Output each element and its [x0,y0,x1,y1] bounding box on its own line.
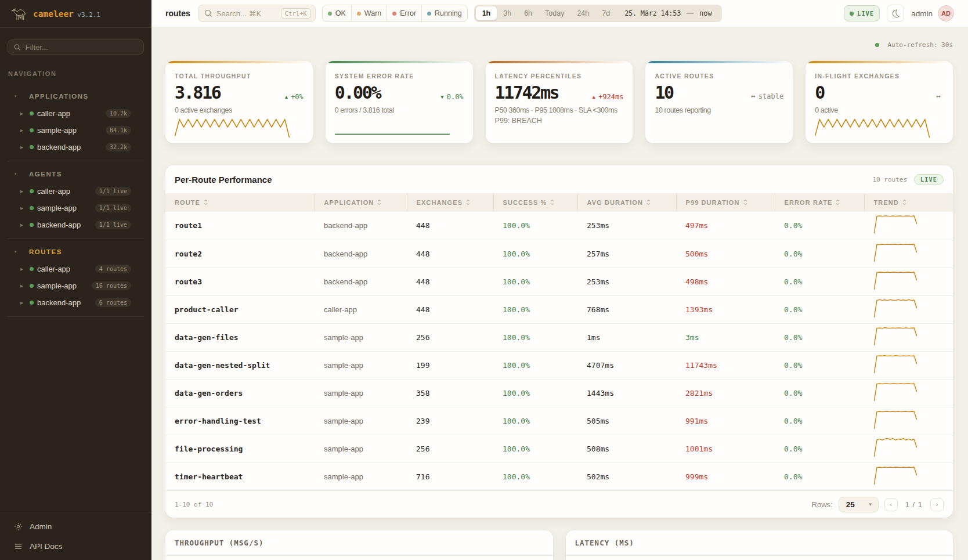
sidebar-item-caller-app[interactable]: ▶ caller-app 1/1 live [8,183,144,200]
sparkline [174,118,290,138]
status-filter-warn[interactable]: Warn [351,5,387,21]
sidebar-item-backend-app[interactable]: ▶ backend-app 6 routes [8,294,144,311]
sort-icon [204,199,208,207]
cell-trend [864,351,953,379]
kpi-subtext: 0 errors / 3.816 total [335,106,464,114]
next-page-button[interactable]: › [930,498,944,511]
global-search[interactable]: Search... ⌘K Ctrl+K [198,5,316,22]
table-header-row: ROUTEAPPLICATIONEXCHANGESSUCCESS %AVG DU… [165,193,953,212]
sidebar-item-caller-app[interactable]: ▶ caller-app 4 routes [8,261,144,277]
chevron-right-icon: ▶ [20,111,30,116]
sidebar-item-backend-app[interactable]: ▶ backend-app 32.2k [8,139,144,156]
time-to[interactable]: now [695,9,720,17]
sidebar-item-sample-app[interactable]: ▶ sample-app 84.1k [8,122,144,139]
footer-label: API Docs [30,542,62,551]
sidebar-footer: Admin API Docs [0,512,151,560]
cell-application: sample-app [315,407,407,435]
time-range-7d[interactable]: 7d [595,6,616,20]
status-filter-error[interactable]: Error [387,5,421,21]
column-label: AVG DURATION [587,199,644,206]
cell-trend [864,212,953,240]
sparkline [873,438,918,458]
column-header-trend[interactable]: TREND [864,193,953,212]
cell-exchanges: 448 [407,212,493,240]
username: admin [911,9,933,18]
column-header-application[interactable]: APPLICATION [315,193,407,212]
table-row-data-gen-files[interactable]: data-gen-files sample-app 256 100.0% 1ms… [165,323,953,351]
app-version: v3.2.1 [77,11,100,19]
cell-route: error-handling-test [165,407,315,435]
table-row-error-handling-test[interactable]: error-handling-test sample-app 239 100.0… [165,407,953,435]
search-icon [204,9,212,17]
delta-arrow-icon: ▼ [440,94,443,100]
column-header-error-rate[interactable]: ERROR RATE [775,193,864,212]
column-header-exchanges[interactable]: EXCHANGES [407,193,493,212]
sidebar-section-header-applications[interactable]: ▾ APPLICATIONS [8,91,144,102]
column-header-p99-duration[interactable]: P99 DURATION [676,193,775,212]
gear-icon [14,522,23,531]
status-filter-running[interactable]: Running [421,5,467,21]
time-separator: — [685,9,695,17]
table-row-timer-heartbeat[interactable]: timer-heartbeat sample-app 716 100.0% 50… [165,463,953,490]
chevron-right-icon: ▶ [20,284,30,288]
item-badge: 1/1 live [95,204,131,212]
sidebar-item-sample-app[interactable]: ▶ sample-app 16 routes [8,277,144,294]
sidebar-section-header-routes[interactable]: ▾ ROUTES [8,246,144,258]
column-label: SUCCESS % [503,199,547,206]
sidebar-section-agents: ▾ AGENTS ▶ caller-app 1/1 live ▶ sample-… [8,161,144,239]
cell-application: sample-app [315,435,407,463]
cell-avg-duration: 768ms [577,295,676,323]
column-header-avg-duration[interactable]: AVG DURATION [577,193,676,212]
prev-page-button[interactable]: ‹ [884,498,898,511]
sidebar-section-header-agents[interactable]: ▾ AGENTS [8,168,144,180]
sort-icon [646,199,651,207]
time-from: 25. März 14:53 [616,9,685,17]
cell-route: route1 [165,212,315,240]
cell-avg-duration: 505ms [577,407,676,435]
rows-per-page-select[interactable]: 25 ▼ [839,497,879,512]
status-filter-ok[interactable]: OK [323,5,351,21]
sidebar-item-caller-app[interactable]: ▶ caller-app 10.7k [8,105,144,122]
sidebar-filter[interactable] [8,39,144,55]
avatar[interactable]: AD [938,5,954,21]
chevron-right-icon: ▶ [20,223,30,227]
kpi-accent-strip [645,61,793,63]
routes-table: ROUTEAPPLICATIONEXCHANGESSUCCESS %AVG DU… [165,193,953,490]
cell-error-rate: 0.0% [775,295,864,323]
sidebar-footer-api-docs[interactable]: API Docs [8,536,144,556]
kpi-card-system-error-rate: SYSTEM ERROR RATE 0.00% ▼0.0% 0 errors /… [326,61,473,143]
sidebar-item-backend-app[interactable]: ▶ backend-app 1/1 live [8,216,144,233]
time-range-today[interactable]: Today [539,6,570,20]
column-header-route[interactable]: ROUTE [165,193,315,212]
table-row-file-processing[interactable]: file-processing sample-app 256 100.0% 50… [165,435,953,463]
column-header-success-[interactable]: SUCCESS % [493,193,577,212]
delta-value: stable [758,92,783,100]
theme-toggle-button[interactable] [887,5,904,22]
sidebar-item-sample-app[interactable]: ▶ sample-app 1/1 live [8,200,144,216]
table-row-product-caller[interactable]: product-caller caller-app 448 100.0% 768… [165,295,953,323]
kpi-label: SYSTEM ERROR RATE [335,73,464,80]
cell-p99-duration: 1393ms [676,295,775,323]
cell-avg-duration: 257ms [577,240,676,268]
time-range-6h[interactable]: 6h [518,6,539,20]
time-range-24h[interactable]: 24h [570,6,595,20]
cell-p99-duration: 991ms [676,407,775,435]
table-row-data-gen-nested-split[interactable]: data-gen-nested-split sample-app 199 100… [165,351,953,379]
sidebar-footer-admin[interactable]: Admin [8,516,144,536]
topbar: routes Search... ⌘K Ctrl+K OK Warn Error… [151,0,968,27]
chevron-right-icon: ▶ [20,145,30,150]
status-dot [30,223,34,227]
table-row-data-gen-orders[interactable]: data-gen-orders sample-app 358 100.0% 14… [165,379,953,407]
time-range-3h[interactable]: 3h [497,6,518,20]
kpi-value: 0 [815,84,824,102]
cell-success: 100.0% [493,240,577,268]
live-indicator[interactable]: LIVE [844,5,880,21]
sort-icon [743,199,747,207]
cell-avg-duration: 253ms [577,268,676,295]
table-row-route2[interactable]: route2 backend-app 448 100.0% 257ms 500m… [165,240,953,268]
time-range-1h[interactable]: 1h [476,6,497,20]
table-row-route3[interactable]: route3 backend-app 448 100.0% 253ms 498m… [165,268,953,295]
sidebar-filter-input[interactable] [26,43,138,52]
table-row-route1[interactable]: route1 backend-app 448 100.0% 253ms 497m… [165,212,953,240]
delta-value: +0% [291,93,304,101]
